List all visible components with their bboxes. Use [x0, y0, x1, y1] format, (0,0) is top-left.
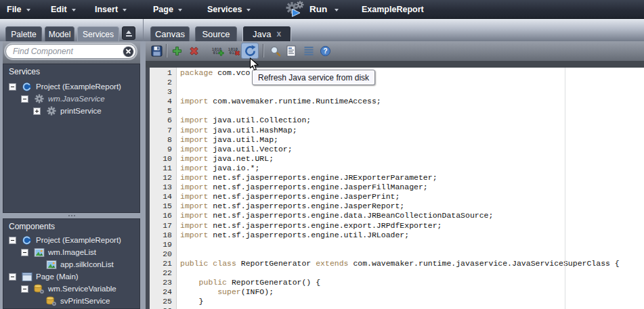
code-line: import net.sf.jasperreports.engine.Jaspe…: [180, 201, 644, 211]
wavemaker-studio-window: { "menu_bar": { "items": [ {"label": "Fi…: [0, 0, 644, 309]
tree-item-label: app.silkIconList: [60, 260, 114, 268]
code-line: [180, 87, 644, 97]
chevron-down-icon: [26, 9, 30, 11]
document-lines-icon: [286, 45, 297, 57]
line-number: 18: [150, 231, 176, 240]
editor-tab-canvas[interactable]: Canvas: [150, 26, 190, 41]
help-button[interactable]: ?: [317, 43, 333, 59]
line-number: 5: [150, 106, 176, 116]
format-button[interactable]: [283, 43, 299, 59]
sidebar-tab-palette[interactable]: Palette: [5, 26, 42, 41]
code-line: public class ReportGenerator extends com…: [180, 259, 644, 268]
add-button[interactable]: [169, 43, 185, 59]
code-line: import java.util.Map;: [180, 135, 644, 145]
add-operation-button[interactable]: 1010011: [209, 43, 225, 59]
image-list-icon: [45, 259, 57, 270]
code-line: import net.sf.jasperreports.engine.util.…: [180, 231, 644, 240]
menu-file[interactable]: File: [7, 0, 30, 18]
code-area[interactable]: package com.vco import com.wavemaker.run…: [177, 68, 644, 309]
line-number: 24: [150, 287, 176, 297]
remove-operation-button[interactable]: 1010011: [225, 43, 241, 59]
magnifier-icon: [270, 45, 281, 57]
toolbar-separator: [263, 44, 264, 57]
search-button[interactable]: [267, 43, 283, 59]
code-line: }: [180, 297, 644, 306]
code-line: import java.net.URL;: [180, 154, 644, 164]
services-tree: Project (ExampleReport)wm.JavaServicepri…: [3, 80, 139, 117]
sidebar-tab-model[interactable]: Model: [45, 26, 74, 41]
project-icon: [21, 235, 33, 245]
help-icon: ?: [320, 45, 331, 57]
editor-toolbar: 10100111010011?: [146, 41, 644, 61]
tree-item-label: printService: [60, 107, 102, 115]
save-button[interactable]: [148, 43, 165, 59]
collapse-expander-icon[interactable]: [21, 285, 28, 293]
tree-item-label: wm.ImageList: [48, 248, 96, 256]
refresh-button[interactable]: [241, 43, 259, 59]
collapse-expander-icon[interactable]: [21, 249, 28, 256]
collapse-expander-icon[interactable]: [9, 83, 16, 91]
code-line: public ReportGenerator() {: [180, 278, 644, 287]
chevron-down-icon: [178, 9, 182, 11]
components-panel: Components Project (ExampleReport)wm.Ima…: [3, 218, 140, 309]
search-input[interactable]: [6, 47, 123, 56]
line-number: 11: [150, 164, 176, 173]
line-display-button[interactable]: [301, 43, 317, 59]
tree-item[interactable]: app.silkIconList: [3, 258, 139, 270]
collapse-expander-icon[interactable]: [21, 95, 28, 103]
tree-item[interactable]: wm.JavaService: [3, 93, 139, 105]
line-number: 15: [150, 201, 176, 211]
tree-item[interactable]: wm.ImageList: [3, 246, 139, 258]
code-line: import net.sf.jasperreports.engine.JRExp…: [180, 173, 644, 183]
tree-item[interactable]: svPrintService: [3, 295, 139, 307]
panel-splitter[interactable]: [3, 213, 140, 218]
editor-tab-source[interactable]: Source: [195, 26, 237, 41]
tree-item[interactable]: Page (Main): [3, 270, 139, 283]
delete-button[interactable]: [186, 43, 202, 59]
services-panel: Services Project (ExampleReport)wm.JavaS…: [3, 64, 140, 213]
editor-tab-java[interactable]: Java x: [242, 26, 291, 41]
line-number: 3: [150, 87, 176, 97]
menu-insert[interactable]: Insert: [95, 0, 127, 18]
run-button[interactable]: Run: [309, 0, 327, 18]
menu-page[interactable]: Page: [153, 0, 182, 18]
image-list-icon: [33, 247, 45, 258]
code-line: [180, 249, 644, 259]
clear-search-icon[interactable]: [123, 47, 133, 57]
tree-item[interactable]: Project (ExampleReport): [3, 80, 139, 93]
line-number: 12: [150, 173, 176, 183]
chevron-down-icon: [72, 9, 76, 11]
menu-services[interactable]: Services: [207, 0, 251, 18]
line-number: 22: [150, 268, 176, 278]
code-line: [180, 106, 644, 116]
floppy-icon: [151, 45, 163, 57]
project-name-label: ExampleReport: [362, 0, 424, 18]
components-panel-title: Components: [3, 219, 139, 233]
sidebar-tab-services[interactable]: Services: [77, 26, 119, 41]
tree-item[interactable]: wm.ServiceVariable: [3, 283, 139, 295]
line-number: 1: [150, 68, 176, 78]
collapse-expander-icon[interactable]: [9, 273, 16, 281]
line-number: 25: [150, 297, 176, 306]
line-number: 2: [150, 78, 176, 87]
search-band: [3, 41, 140, 64]
line-number: 23: [150, 278, 176, 287]
line-number: 8: [150, 135, 176, 145]
collapse-panel-button[interactable]: [122, 26, 135, 40]
run-dropdown[interactable]: [335, 0, 339, 18]
chevron-down-icon: [335, 9, 339, 11]
tree-item[interactable]: Project (ExampleReport): [3, 234, 139, 246]
tree-item[interactable]: printService: [3, 105, 139, 117]
horizontal-lines-icon: [303, 45, 314, 56]
gear-icon: [33, 93, 45, 104]
line-number: 16: [150, 211, 176, 220]
code-line: import java.util.Collection;: [180, 116, 644, 125]
code-line: import net.sf.jasperreports.engine.Jaspe…: [180, 192, 644, 201]
collapse-expander-icon[interactable]: [9, 237, 16, 244]
code-line: import java.util.Vector;: [180, 145, 644, 154]
close-tab-icon[interactable]: x: [276, 29, 281, 39]
code-line: [180, 78, 644, 87]
menu-edit[interactable]: Edit: [51, 0, 76, 18]
code-line: import java.util.HashMap;: [180, 126, 644, 135]
expand-expander-icon[interactable]: [33, 108, 41, 115]
